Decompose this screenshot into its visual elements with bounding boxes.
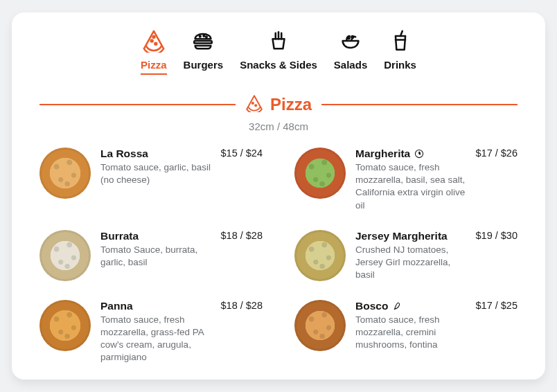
item-description: Tomato Sauce, burrata, garlic, basil <box>100 244 213 269</box>
menu-item[interactable]: La Rossa Tomato sauce, garlic, basil (no… <box>39 148 263 212</box>
svg-point-10 <box>255 105 256 106</box>
section-title: Pizza <box>270 95 312 114</box>
drink-icon <box>389 29 412 55</box>
item-name: Jersey Margherita <box>355 230 468 242</box>
item-image <box>39 300 91 351</box>
item-name: La Rossa <box>100 148 213 160</box>
nav-item-pizza[interactable]: Pizza <box>141 29 167 75</box>
nav-item-snacks[interactable]: Snacks & Sides <box>240 29 317 75</box>
svg-point-2 <box>152 36 154 38</box>
menu-item[interactable]: Margherita Tomato sauce, fresh mozzarell… <box>294 148 518 212</box>
menu-grid: La Rossa Tomato sauce, garlic, basil (no… <box>39 148 518 364</box>
fries-icon <box>267 29 290 55</box>
menu-item[interactable]: Panna Tomato sauce, fresh mozzarella, gr… <box>39 300 263 364</box>
item-image <box>294 300 346 351</box>
item-price: $15 / $24 <box>221 148 263 186</box>
item-price: $19 / $30 <box>476 230 518 282</box>
pizza-icon <box>142 29 166 55</box>
svg-point-4 <box>200 36 201 37</box>
burger-icon <box>191 29 215 55</box>
item-price: $17 / $26 <box>476 148 518 212</box>
nav-label: Drinks <box>384 59 416 71</box>
nav-item-burgers[interactable]: Burgers <box>184 29 224 75</box>
item-description: Tomato sauce, fresh mozzarella, grass-fe… <box>100 314 213 364</box>
menu-item[interactable]: Jersey Margherita Crushed NJ tomatoes, J… <box>294 230 518 282</box>
nav-label: Salads <box>334 59 367 71</box>
nav-item-drinks[interactable]: Drinks <box>384 29 416 75</box>
menu-item[interactable]: Bosco Tomato sauce, fresh mozzarella, cr… <box>294 300 518 364</box>
item-description: Tomato sauce, fresh mozzarella, basil, s… <box>355 161 468 212</box>
menu-card: Pizza Burgers Snacks & Sides Salads Drin… <box>12 12 545 380</box>
vegetarian-icon <box>414 149 424 159</box>
spicy-icon <box>392 301 402 311</box>
item-description: Tomato sauce, garlic, basil (no cheese) <box>100 161 213 186</box>
svg-point-9 <box>252 103 254 104</box>
svg-point-6 <box>206 36 207 37</box>
item-price: $17 / $25 <box>476 300 518 352</box>
item-name: Burrata <box>100 230 213 242</box>
section-header: Pizza <box>39 94 518 115</box>
item-image <box>39 230 91 281</box>
item-name: Bosco <box>355 300 468 312</box>
svg-point-7 <box>348 37 350 39</box>
divider-right <box>321 104 518 105</box>
pizza-icon <box>245 94 263 115</box>
nav-label: Burgers <box>184 59 224 71</box>
section-subtitle: 32cm / 48cm <box>39 121 518 132</box>
salad-icon <box>339 29 362 55</box>
menu-item[interactable]: Burrata Tomato Sauce, burrata, garlic, b… <box>39 230 263 282</box>
item-image <box>294 148 346 199</box>
item-name: Panna <box>100 300 213 312</box>
item-description: Tomato sauce, fresh mozzarella, cremini … <box>355 314 468 352</box>
svg-rect-3 <box>195 41 213 44</box>
nav-label: Snacks & Sides <box>240 59 317 71</box>
section-title-wrap: Pizza <box>245 94 312 115</box>
svg-point-1 <box>154 43 157 45</box>
item-image <box>294 230 346 281</box>
svg-point-0 <box>151 40 153 42</box>
divider-left <box>39 104 236 105</box>
svg-point-5 <box>204 35 205 37</box>
nav-item-salads[interactable]: Salads <box>334 29 367 75</box>
category-nav: Pizza Burgers Snacks & Sides Salads Drin… <box>39 29 518 75</box>
item-image <box>39 148 91 199</box>
item-price: $18 / $28 <box>221 300 263 364</box>
item-name: Margherita <box>355 148 468 160</box>
nav-label: Pizza <box>141 59 167 71</box>
item-description: Crushed NJ tomatoes, Jersey Girl mozzare… <box>355 244 468 282</box>
item-price: $18 / $28 <box>221 230 263 269</box>
